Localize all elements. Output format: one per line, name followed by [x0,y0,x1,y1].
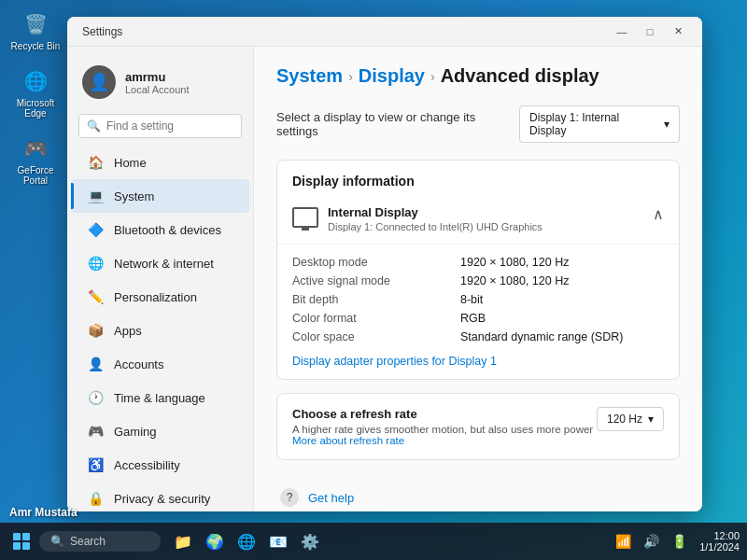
sidebar-item-time-label: Time & language [114,391,205,405]
display-dropdown-chevron: ▾ [664,118,669,131]
user-section: 👤 amrmu Local Account [67,54,253,110]
signal-mode-label: Active signal mode [292,274,460,287]
display-selected-value: Display 1: Internal Display [529,111,658,137]
breadcrumb-system[interactable]: System [276,65,343,87]
taskbar-file-explorer[interactable]: 📁 [168,526,198,556]
time-icon: 🕐 [86,388,105,407]
sidebar: 👤 amrmu Local Account 🔍 🏠 Home 💻 [67,47,254,511]
refresh-rate-chevron: ▾ [648,413,654,426]
sidebar-item-time[interactable]: 🕐 Time & language [71,381,249,414]
desktop-icon-portal[interactable]: 🎮 GeForce Portal [9,133,62,186]
system-icon: 💻 [86,187,105,205]
display-dropdown[interactable]: Display 1: Internal Display ▾ [519,105,680,143]
monitor-desc: Display 1: Connected to Intel(R) UHD Gra… [328,221,543,232]
start-button[interactable] [7,527,35,555]
taskbar-volume[interactable]: 🔊 [640,530,662,553]
maximize-button[interactable]: □ [637,22,663,41]
sidebar-item-accounts[interactable]: 👤 Accounts [71,347,249,381]
main-content: System › Display › Advanced display Sele… [254,47,702,511]
desktop-icons: 🗑️ Recycle Bin 🌐 Microsoft Edge 🎮 GeForc… [9,9,62,186]
sidebar-item-personalization-label: Personalization [114,290,197,304]
gaming-icon: 🎮 [86,422,105,441]
sidebar-item-accounts-label: Accounts [114,357,163,371]
refresh-rate-dropdown[interactable]: 120 Hz ▾ [597,407,664,431]
sidebar-item-accessibility[interactable]: ♿ Accessibility [71,448,249,482]
display-info-grid: Desktop mode 1920 × 1080, 120 Hz Active … [277,245,679,351]
recycle-bin-icon: 🗑️ [21,9,50,39]
get-help-label: Get help [308,491,354,505]
sidebar-item-privacy-label: Privacy & security [114,492,210,506]
refresh-rate-title: Choose a refresh rate [292,407,597,421]
taskbar-search[interactable]: 🔍 Search [39,531,161,552]
breadcrumb-arrow-1: › [348,69,353,84]
sidebar-item-accessibility-label: Accessibility [114,458,180,472]
taskbar-search-icon: 🔍 [50,535,64,548]
sidebar-item-home-label: Home [114,156,147,170]
title-bar: Settings — □ ✕ [67,17,702,47]
color-space-value: Standard dynamic range (SDR) [460,330,664,343]
search-box[interactable]: 🔍 [78,114,242,138]
title-controls: — □ ✕ [609,22,691,41]
sidebar-item-bluetooth-label: Bluetooth & devices [114,223,221,237]
accounts-icon: 👤 [86,355,105,373]
sidebar-item-apps[interactable]: 📦 Apps [71,314,249,347]
breadcrumb-arrow-2: › [430,69,435,84]
taskbar-clock[interactable]: 12:00 1/1/2024 [699,530,740,553]
breadcrumb-display[interactable]: Display [359,65,425,87]
taskbar-search-label: Search [70,535,106,548]
search-input[interactable] [106,119,233,133]
color-space-label: Color space [292,330,460,343]
refresh-rate-more-link[interactable]: More about refresh rate [292,435,404,446]
minimize-button[interactable]: — [609,22,635,41]
sidebar-item-system[interactable]: 💻 System [71,179,249,213]
recycle-bin-label: Recycle Bin [11,41,61,51]
display-info-title: Display information [277,161,679,198]
sidebar-item-privacy[interactable]: 🔒 Privacy & security [71,482,249,511]
sidebar-item-network[interactable]: 🌐 Network & internet [71,246,249,280]
display-selector-row: Select a display to view or change its s… [276,105,680,143]
accessibility-icon: ♿ [86,455,105,474]
breadcrumb: System › Display › Advanced display [276,65,680,87]
bluetooth-icon: 🔷 [86,220,105,239]
edge-label: Microsoft Edge [9,98,62,119]
windows-logo [13,533,30,550]
personalization-icon: ✏️ [86,287,105,306]
bottom-label: Amr Mustafa [9,506,78,519]
refresh-rate-info: Choose a refresh rate A higher rate give… [292,407,597,446]
close-button[interactable]: ✕ [665,22,691,41]
sidebar-item-network-label: Network & internet [114,257,214,271]
taskbar-wifi[interactable]: 📶 [612,530,634,553]
sidebar-item-bluetooth[interactable]: 🔷 Bluetooth & devices [71,213,249,246]
get-help-link[interactable]: ? Get help [276,481,680,511]
monitor-info: Internal Display Display 1: Connected to… [328,205,543,232]
taskbar-settings[interactable]: ⚙️ [295,526,325,556]
desktop-icon-edge[interactable]: 🌐 Microsoft Edge [9,66,62,119]
monitor-icon [292,207,318,228]
search-icon: 🔍 [87,119,101,133]
taskbar-mail[interactable]: 📧 [263,526,293,556]
desktop-icon-recycle[interactable]: 🗑️ Recycle Bin [9,9,62,51]
color-format-value: RGB [460,312,664,325]
refresh-rate-value: 120 Hz [607,413,642,426]
taskbar: 🔍 Search 📁 🌍 🌐 📧 ⚙️ 📶 🔊 🔋 12:00 1/1/2024 [0,523,747,560]
breadcrumb-current: Advanced display [441,65,599,87]
taskbar-battery[interactable]: 🔋 [668,530,690,553]
portal-label: GeForce Portal [9,165,62,186]
bit-depth-value: 8-bit [460,293,664,306]
bit-depth-label: Bit depth [292,293,460,306]
sidebar-item-apps-label: Apps [114,324,142,338]
desktop: 🗑️ Recycle Bin 🌐 Microsoft Edge 🎮 GeForc… [0,0,747,560]
sidebar-item-gaming[interactable]: 🎮 Gaming [71,414,249,448]
user-account-type: Local Account [125,84,190,95]
refresh-rate-desc: A higher rate gives smoother motion, but… [292,424,597,446]
display-selector-label: Select a display to view or change its s… [276,110,519,138]
adapter-properties-link[interactable]: Display adapter properties for Display 1 [277,351,679,379]
user-name: amrmu [125,70,190,84]
sidebar-item-personalization[interactable]: ✏️ Personalization [71,280,249,314]
sidebar-item-home[interactable]: 🏠 Home [71,146,249,179]
taskbar-edge[interactable]: 🌐 [232,526,261,556]
portal-icon: 🎮 [21,133,50,163]
collapse-button[interactable]: ∧ [653,205,664,223]
home-icon: 🏠 [86,153,105,172]
taskbar-chrome[interactable]: 🌍 [200,526,230,556]
